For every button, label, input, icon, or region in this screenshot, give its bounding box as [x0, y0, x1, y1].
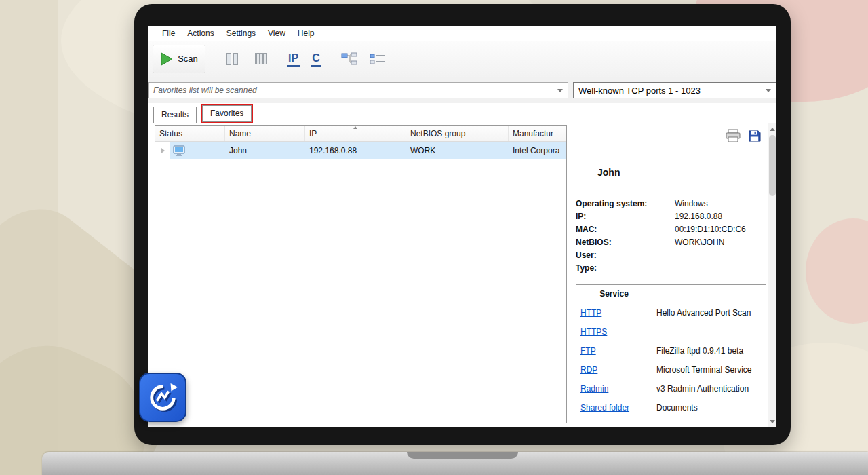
expand-arrow-icon — [161, 148, 165, 153]
field-label: Operating system: — [576, 199, 675, 208]
scan-settings-row: Favorites list will be scanned Well-know… — [148, 77, 776, 103]
scanner-logo-icon — [147, 382, 178, 413]
service-row: HTTP Hello Advanced Port Scan — [576, 303, 767, 322]
menu-help[interactable]: Help — [292, 27, 321, 39]
service-link-radmin[interactable]: Radmin — [580, 384, 608, 394]
pause-icon — [226, 53, 238, 65]
menu-actions[interactable]: Actions — [181, 27, 220, 39]
arrow-down-icon — [770, 420, 775, 423]
tab-results[interactable]: Results — [153, 107, 197, 124]
field-user: User: — [576, 248, 766, 261]
service-row: RDP Microsoft Terminal Service — [576, 360, 767, 379]
print-button[interactable] — [725, 129, 741, 145]
services-info-header — [652, 285, 767, 303]
service-info: FileZilla ftpd 0.9.41 beta — [652, 341, 767, 360]
menu-file[interactable]: File — [156, 27, 181, 39]
ip-range-button[interactable]: IP — [287, 52, 300, 66]
field-netbios: NetBIOS: WORK\JOHN — [576, 235, 766, 248]
details-scrollbar[interactable] — [768, 124, 776, 427]
service-info: Microsoft Terminal Service — [652, 360, 767, 379]
scan-target-value: Favorites list will be scanned — [153, 86, 257, 95]
details-list-icon — [370, 53, 386, 65]
field-value: 00:19:D1:10:CD:C6 — [675, 225, 746, 234]
floppy-save-icon — [748, 130, 761, 142]
column-header-status[interactable]: Status — [155, 126, 225, 141]
service-info — [652, 322, 767, 341]
host-name-cell: John — [225, 142, 305, 159]
field-mac: MAC: 00:19:D1:10:CD:C6 — [576, 223, 766, 235]
service-row: HTTPS — [576, 322, 767, 341]
field-label: User: — [576, 250, 675, 260]
menu-settings[interactable]: Settings — [220, 27, 262, 39]
chevron-down-icon — [557, 89, 563, 92]
scan-button[interactable]: Scan — [153, 45, 205, 73]
printer-icon — [725, 129, 741, 142]
menu-view[interactable]: View — [262, 27, 292, 39]
divider — [573, 147, 766, 147]
service-link-rdp[interactable]: RDP — [580, 365, 597, 375]
host-status-cell — [170, 142, 225, 159]
field-ip: IP: 192.168.0.88 — [576, 210, 766, 223]
save-button[interactable] — [748, 130, 761, 145]
laptop-frame: File Actions Settings View Help Scan IP … — [134, 4, 791, 445]
field-label: IP: — [576, 212, 675, 221]
decorative-blob — [806, 218, 868, 324]
host-details-panel: John Operating system: Windows IP: 192.1… — [573, 124, 766, 427]
field-os: Operating system: Windows — [576, 197, 766, 210]
host-properties: Operating system: Windows IP: 192.168.0.… — [576, 197, 766, 274]
tab-bar: Results Favorites — [148, 103, 776, 124]
scrollbar-thumb[interactable] — [769, 135, 776, 196]
column-header-name[interactable]: Name — [225, 126, 305, 141]
play-icon — [160, 52, 174, 66]
stop-button[interactable] — [249, 45, 272, 73]
hosts-list-panel: Status Name IP NetBIOS group Manufactur — [155, 125, 567, 423]
laptop-base — [42, 452, 868, 475]
service-row-partial — [576, 417, 767, 428]
column-header-manufacturer[interactable]: Manufactur — [509, 126, 566, 141]
scrollbar-down-button[interactable] — [768, 416, 776, 427]
service-row: Shared folder Documents — [576, 398, 767, 417]
service-info: Documents — [652, 398, 767, 417]
app-window: File Actions Settings View Help Scan IP … — [148, 26, 776, 427]
expand-arrow-cell[interactable] — [155, 142, 170, 159]
column-header-netbios-group[interactable]: NetBIOS group — [406, 126, 509, 141]
field-label: Type: — [576, 263, 675, 273]
service-link-https[interactable]: HTTPS — [580, 327, 607, 337]
service-row: FTP FileZilla ftpd 0.9.41 beta — [576, 341, 767, 360]
field-label: MAC: — [576, 225, 675, 234]
advanced-port-scanner-app-icon[interactable] — [139, 373, 186, 422]
chevron-down-icon — [766, 89, 771, 92]
ports-range-combobox[interactable]: Well-known TCP ports 1 - 1023 — [573, 82, 776, 98]
services-header: Service — [576, 285, 652, 303]
details-toolbar — [725, 129, 761, 145]
sort-ascending-icon — [353, 126, 357, 129]
host-row-john[interactable]: John 192.168.0.88 WORK Intel Corpora — [155, 142, 566, 159]
service-info: v3 Radmin Authentication — [652, 379, 767, 398]
field-label: NetBIOS: — [576, 238, 675, 247]
service-link-http[interactable]: HTTP — [580, 308, 601, 318]
service-link-ftp[interactable]: FTP — [580, 346, 596, 356]
service-row: Radmin v3 Radmin Authentication — [576, 379, 767, 398]
scan-button-label: Scan — [178, 54, 198, 64]
computer-icon — [173, 145, 185, 157]
class-c-button[interactable]: C — [311, 52, 321, 66]
column-header-ip[interactable]: IP — [305, 126, 406, 141]
scrollbar-up-button[interactable] — [768, 124, 776, 134]
network-tree-icon — [341, 52, 357, 66]
tab-favorites[interactable]: Favorites — [202, 105, 252, 122]
toolbar: Scan IP C — [148, 41, 776, 77]
scan-target-combobox[interactable]: Favorites list will be scanned — [148, 82, 568, 98]
field-value: Windows — [675, 199, 708, 208]
tree-view-button[interactable] — [338, 45, 361, 73]
menu-bar: File Actions Settings View Help — [148, 26, 776, 41]
stop-icon — [255, 53, 267, 64]
service-info: Hello Advanced Port Scan — [652, 303, 767, 322]
main-content: Status Name IP NetBIOS group Manufactur — [148, 124, 776, 427]
arrow-up-icon — [770, 128, 775, 131]
services-table: Service HTTP Hello Advanced Port Scan HT… — [576, 284, 766, 427]
list-view-button[interactable] — [366, 45, 389, 73]
service-link-shared-folder[interactable]: Shared folder — [580, 403, 629, 413]
pause-button[interactable] — [220, 45, 243, 73]
field-value: 192.168.0.88 — [675, 212, 722, 221]
host-title: John — [597, 167, 620, 178]
